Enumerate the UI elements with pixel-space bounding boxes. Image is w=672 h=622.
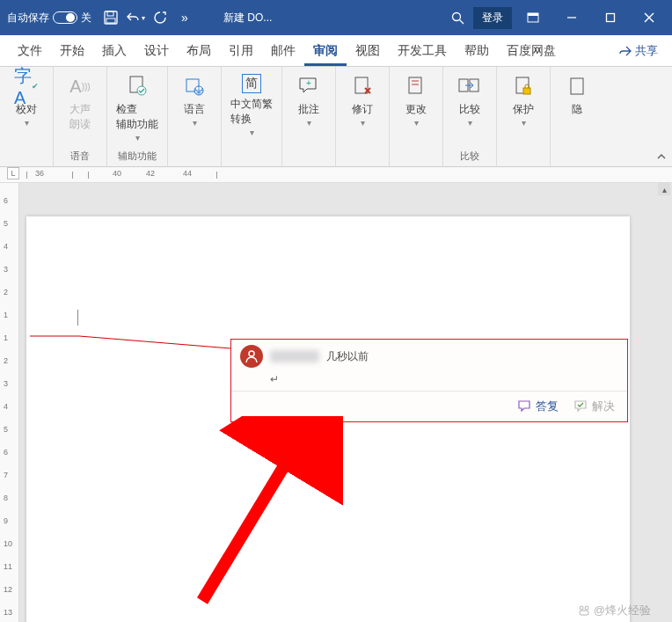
svg-rect-23 (523, 88, 530, 94)
comment-time: 几秒以前 (326, 349, 369, 364)
scroll-up-button[interactable]: ▴ (658, 183, 670, 195)
svg-rect-1 (107, 11, 113, 16)
kanji-icon: 简 (242, 74, 261, 93)
speaker-icon: A))) (68, 74, 92, 99)
minimize-button[interactable] (554, 4, 589, 31)
tab-developer[interactable]: 开发工具 (389, 35, 456, 66)
tab-view[interactable]: 视图 (347, 35, 389, 66)
chevron-down-icon: ▾ (142, 14, 145, 22)
collapse-ribbon-button[interactable] (656, 151, 667, 165)
tab-file[interactable]: 文件 (9, 35, 51, 66)
comment-text: ↵ (231, 373, 627, 391)
track-changes-button[interactable]: 修订▾ (345, 74, 380, 126)
autosave-state: 关 (81, 11, 91, 26)
tab-mailings[interactable]: 邮件 (262, 35, 304, 66)
changes-button[interactable]: 更改▾ (398, 74, 434, 126)
tab-help[interactable]: 帮助 (456, 35, 498, 66)
close-button[interactable] (632, 4, 667, 31)
hide-ink-button[interactable]: 隐 (559, 74, 595, 117)
title-bar: 自动保存 关 ▾ » 新建 DO... 登录 (0, 0, 672, 35)
compare-icon (457, 74, 482, 99)
search-button[interactable] (445, 5, 470, 30)
maximize-button[interactable] (593, 4, 628, 31)
tab-home[interactable]: 开始 (51, 35, 93, 66)
horizontal-ruler[interactable]: L 36 40 42 44 (0, 167, 672, 183)
svg-rect-24 (571, 78, 583, 94)
avatar (240, 345, 263, 368)
document-area: 65432112345678910111213 ▴ 几秒以前 ↵ 答复 解决 (0, 183, 672, 622)
ribbon-tabs: 文件 开始 插入 设计 布局 引用 邮件 审阅 视图 开发工具 帮助 百度网盘 … (0, 35, 672, 67)
svg-rect-8 (607, 14, 615, 22)
svg-rect-2 (106, 18, 115, 23)
vertical-ruler[interactable]: 65432112345678910111213 (0, 183, 19, 622)
text-cursor (77, 310, 78, 326)
watermark: @烽火经验 (578, 603, 651, 618)
tab-stop-selector[interactable]: L (7, 167, 19, 179)
tab-layout[interactable]: 布局 (178, 35, 220, 66)
share-button[interactable]: 共享 (614, 35, 663, 66)
autosave-toggle[interactable]: 自动保存 关 (7, 11, 91, 26)
spellcheck-icon: 字A✔ (14, 74, 39, 99)
undo-button[interactable]: ▾ (123, 5, 148, 30)
chinese-conversion-button[interactable]: 简 中文简繁 转换▾ (230, 74, 273, 135)
resolve-icon (574, 400, 588, 413)
comment-balloon[interactable]: 几秒以前 ↵ 答复 解决 (230, 339, 628, 422)
document-x-icon (404, 74, 428, 99)
tab-baidu[interactable]: 百度网盘 (498, 35, 565, 66)
tab-review[interactable]: 审阅 (304, 35, 347, 66)
share-label: 共享 (635, 43, 658, 59)
tab-design[interactable]: 设计 (135, 35, 178, 66)
svg-rect-16 (355, 77, 368, 93)
comment-author (270, 350, 319, 362)
proofing-button[interactable]: 字A✔ 校对▾ (9, 74, 44, 126)
comments-button[interactable]: + 批注▾ (291, 74, 326, 126)
comment-add-icon: + (296, 74, 321, 99)
language-button[interactable]: 语言▾ (177, 74, 212, 126)
group-a11y: 辅助功能 (118, 148, 157, 165)
read-aloud-button[interactable]: A))) 大声 朗读 (62, 74, 98, 132)
document-check-icon (125, 74, 150, 99)
reply-button[interactable]: 答复 (518, 399, 559, 414)
svg-rect-31 (580, 611, 588, 615)
autosave-label: 自动保存 (7, 11, 49, 26)
reply-icon (518, 400, 532, 413)
toggle-pill-icon (53, 11, 77, 24)
redo-button[interactable] (148, 5, 172, 30)
ribbon-options-button[interactable] (515, 4, 551, 31)
login-button[interactable]: 登录 (473, 7, 512, 29)
ribbon: 字A✔ 校对▾ A))) 大声 朗读 语音 检查 辅助功能▾ 辅助功能 (0, 67, 672, 167)
svg-point-29 (580, 606, 583, 610)
group-compare: 比较 (460, 148, 479, 165)
tab-insert[interactable]: 插入 (93, 35, 135, 66)
svg-point-27 (249, 351, 254, 356)
group-speech: 语音 (70, 148, 90, 165)
document-icon (565, 74, 589, 99)
track-icon (350, 74, 375, 99)
document-title: 新建 DO... (223, 11, 272, 26)
svg-text:+: + (306, 78, 311, 88)
compare-button[interactable]: 比较▾ (452, 74, 487, 126)
protect-button[interactable]: 保护▾ (506, 74, 541, 126)
svg-point-30 (585, 606, 588, 610)
tab-references[interactable]: 引用 (220, 35, 262, 66)
lock-icon (511, 74, 536, 99)
svg-rect-6 (528, 13, 538, 16)
language-icon (182, 74, 207, 99)
accessibility-check-button[interactable]: 检查 辅助功能▾ (116, 74, 158, 141)
save-button[interactable] (99, 5, 123, 30)
resolve-button[interactable]: 解决 (574, 399, 615, 414)
svg-point-3 (452, 12, 460, 20)
svg-line-4 (459, 19, 464, 24)
svg-rect-17 (409, 77, 421, 93)
qat-overflow[interactable]: » (172, 5, 197, 30)
